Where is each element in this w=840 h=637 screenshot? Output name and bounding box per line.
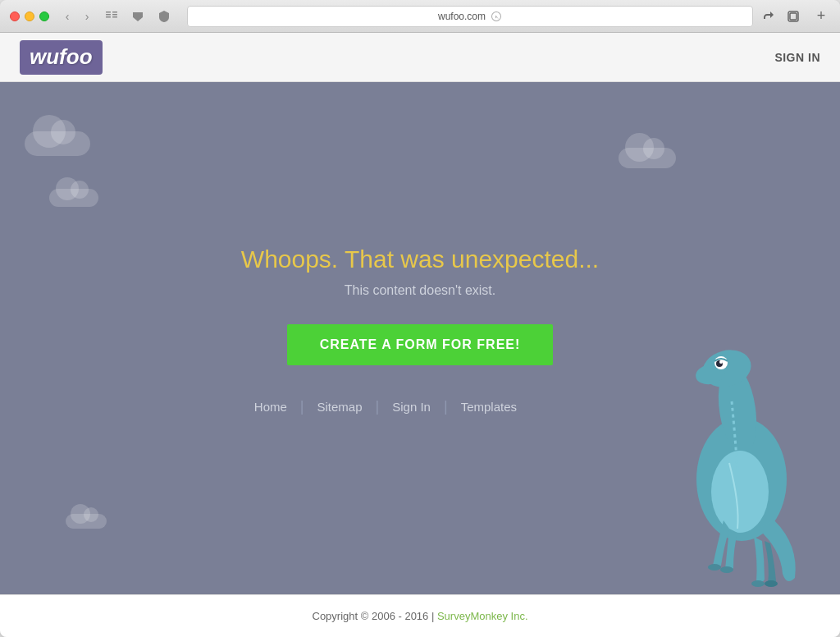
home-link[interactable]: Home — [241, 400, 300, 414]
pocket-icon[interactable] — [128, 7, 148, 26]
cloud-decoration-3 — [619, 148, 676, 168]
browser-right-controls: + — [760, 7, 830, 25]
svg-rect-4 — [112, 14, 117, 16]
svg-rect-3 — [112, 11, 117, 13]
cloud-decoration-2 — [49, 189, 98, 207]
main-error-area: Whoops. That was unexpected... This cont… — [0, 82, 840, 594]
footer-nav: Home | Sitemap | Sign In | Templates — [241, 398, 599, 415]
copyright-text: Copyright © 2006 - 2016 | — [313, 610, 435, 622]
svg-point-19 — [765, 580, 778, 587]
browser-content: wufoo SIGN IN Whoops. That was unexpecte… — [0, 33, 840, 637]
url-text: wufoo.com — [438, 11, 486, 22]
svg-point-15 — [711, 451, 769, 533]
templates-link[interactable]: Templates — [448, 400, 530, 414]
site-footer: Copyright © 2006 - 2016 | SurveyMonkey I… — [0, 594, 840, 637]
cloud-decoration-1 — [25, 131, 90, 156]
sign-in-link[interactable]: SIGN IN — [774, 51, 820, 64]
address-bar[interactable]: wufoo.com — [187, 6, 753, 27]
site-logo[interactable]: wufoo — [20, 40, 103, 75]
reader-icon[interactable] — [102, 7, 121, 26]
browser-window: ‹ › — [0, 0, 840, 637]
toolbar-icons — [102, 7, 174, 26]
dinosaur-illustration — [668, 282, 815, 594]
error-content: Whoops. That was unexpected... This cont… — [241, 245, 599, 415]
svg-rect-5 — [112, 16, 117, 18]
logo-text: wufoo — [30, 44, 93, 69]
back-button[interactable]: ‹ — [59, 8, 75, 25]
svg-rect-0 — [106, 11, 111, 13]
svg-point-16 — [708, 564, 721, 571]
tabs-icon[interactable] — [784, 7, 802, 25]
maximize-button[interactable] — [39, 11, 49, 21]
svg-rect-1 — [106, 14, 111, 16]
error-subtitle: This content doesn't exist. — [241, 283, 599, 298]
minimize-button[interactable] — [25, 11, 34, 21]
error-title: Whoops. That was unexpected... — [241, 245, 599, 273]
close-button[interactable] — [10, 11, 20, 21]
traffic-lights — [10, 11, 49, 21]
svg-point-18 — [751, 580, 765, 587]
svg-rect-7 — [790, 13, 797, 20]
sitemap-link[interactable]: Sitemap — [304, 400, 376, 414]
cloud-decoration-4 — [66, 514, 107, 529]
company-link[interactable]: SurveyMonkey Inc. — [437, 610, 528, 622]
svg-point-14 — [719, 360, 723, 364]
signin-link[interactable]: Sign In — [379, 400, 444, 414]
share-icon[interactable] — [760, 7, 778, 25]
svg-rect-2 — [106, 16, 111, 18]
nav-buttons: ‹ › — [59, 8, 95, 25]
svg-point-17 — [720, 566, 733, 573]
shield-icon[interactable] — [154, 7, 174, 26]
browser-titlebar: ‹ › — [0, 0, 840, 33]
cta-button[interactable]: CREATE A FORM FOR FREE! — [287, 324, 554, 365]
new-tab-button[interactable]: + — [812, 7, 830, 25]
site-header: wufoo SIGN IN — [0, 33, 840, 82]
forward-button[interactable]: › — [79, 8, 95, 25]
